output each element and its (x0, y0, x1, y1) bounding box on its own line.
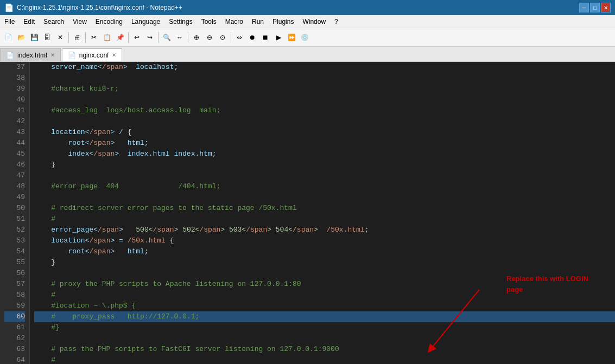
code-line-45[interactable]: index</span> index.html index.htm; (34, 149, 615, 159)
line-number-63: 63 (4, 344, 25, 355)
code-line-63[interactable]: # pass the PHP scripts to FastCGI server… (34, 344, 615, 355)
line-number-62: 62 (4, 333, 25, 344)
minimize-button[interactable]: ─ (579, 3, 589, 12)
code-line-55[interactable]: } (34, 257, 615, 268)
tab-close-html[interactable]: ✕ (50, 52, 55, 58)
menu-view[interactable]: View (68, 15, 91, 28)
menu-macro[interactable]: Macro (221, 15, 248, 28)
code-line-44[interactable]: root</span> html; (34, 138, 615, 149)
menu-bar: File Edit Search View Encoding Language … (0, 15, 615, 28)
code-line-61[interactable]: #} (34, 322, 615, 333)
line-number-56: 56 (4, 268, 25, 279)
tab-icon-conf: 📄 (68, 52, 76, 59)
code-line-52[interactable]: error_page</span> 500</span> 502</span> … (34, 225, 615, 235)
sync-scroll-button[interactable]: ⇔ (233, 31, 245, 43)
menu-run[interactable]: Run (248, 15, 268, 28)
undo-button[interactable]: ↩ (131, 31, 143, 43)
line-number-64: 64 (4, 355, 25, 364)
run-button[interactable]: ⏩ (286, 31, 297, 43)
code-line-53[interactable]: location</span> = /50x.html { (34, 235, 615, 246)
code-line-62[interactable] (34, 333, 615, 344)
find-replace-button[interactable]: ↔ (174, 31, 186, 43)
code-line-46[interactable]: } (34, 159, 615, 170)
close-button[interactable]: ✕ (601, 3, 611, 12)
maximize-button[interactable]: □ (590, 3, 600, 12)
line-number-39: 39 (4, 84, 25, 94)
menu-file[interactable]: File (0, 15, 19, 28)
line-number-52: 52 (4, 225, 25, 235)
toolbar: 📄 📂 💾 🗄 ✕ 🖨 ✂ 📋 📌 ↩ ↪ 🔍 ↔ ⊕ ⊖ ⊙ ⇔ ⏺ ⏹ ▶ … (0, 28, 615, 47)
print-button[interactable]: 🖨 (71, 31, 83, 43)
menu-language[interactable]: Language (127, 15, 164, 28)
code-line-64[interactable]: # (34, 355, 615, 364)
copy-button[interactable]: 📋 (101, 31, 113, 43)
tab-close-conf[interactable]: ✕ (112, 52, 116, 58)
stop-record-button[interactable]: ⏹ (259, 31, 271, 43)
code-line-37[interactable]: server_name</span> localhost; (34, 62, 615, 73)
open-button[interactable]: 📂 (15, 31, 27, 43)
line-number-58: 58 (4, 290, 25, 301)
code-line-59[interactable]: #location ~ \.php$ { (34, 301, 615, 311)
menu-edit[interactable]: Edit (19, 15, 39, 28)
menu-tools[interactable]: Tools (197, 15, 221, 28)
tab-label-conf: nginx.conf (79, 52, 109, 59)
tab-nginx-conf[interactable]: 📄 nginx.conf ✕ (62, 48, 123, 61)
code-area[interactable]: server_name</span> localhost; #charset k… (30, 62, 615, 364)
line-number-59: 59 (4, 301, 25, 311)
code-line-39[interactable]: #charset koi8-r; (34, 84, 615, 94)
close-button[interactable]: ✕ (54, 31, 66, 43)
menu-search[interactable]: Search (39, 15, 68, 28)
code-line-48[interactable]: #error_page 404 /404.html; (34, 181, 615, 192)
save-button[interactable]: 💾 (28, 31, 40, 43)
code-line-58[interactable]: # (34, 290, 615, 301)
app-icon: 📄 (4, 3, 14, 12)
code-line-57[interactable]: # proxy the PHP scripts to Apache listen… (34, 279, 615, 290)
menu-help[interactable]: ? (330, 15, 343, 28)
line-numbers: 3738394041424344454647484950515253545556… (0, 62, 30, 364)
redo-button[interactable]: ↪ (144, 31, 156, 43)
code-line-47[interactable] (34, 170, 615, 181)
record-button[interactable]: ⏺ (246, 31, 258, 43)
code-line-60[interactable]: # proxy_pass http://127.0.0.1; (34, 311, 615, 322)
zoom-reset-button[interactable]: ⊙ (217, 31, 229, 43)
zoom-out-button[interactable]: ⊖ (204, 31, 215, 43)
window-controls[interactable]: ─ □ ✕ (579, 3, 611, 12)
code-line-41[interactable]: #access_log logs/host.access.log main; (34, 105, 615, 116)
zoom-in-button[interactable]: ⊕ (191, 31, 202, 43)
find-button[interactable]: 🔍 (161, 31, 173, 43)
paste-button[interactable]: 📌 (114, 31, 126, 43)
tab-index-html[interactable]: 📄 index.html ✕ (0, 48, 61, 61)
code-line-54[interactable]: root</span> html; (34, 246, 615, 257)
line-number-44: 44 (4, 138, 25, 149)
code-line-56[interactable] (34, 268, 615, 279)
code-line-50[interactable]: # redirect server error pages to the sta… (34, 203, 615, 214)
menu-window[interactable]: Window (298, 15, 330, 28)
play-button[interactable]: ▶ (272, 31, 284, 43)
code-line-43[interactable]: location</span> / { (34, 127, 615, 138)
separator-3 (128, 32, 129, 43)
tab-bar: 📄 index.html ✕ 📄 nginx.conf ✕ (0, 47, 615, 62)
code-line-42[interactable] (34, 116, 615, 127)
cut-button[interactable]: ✂ (88, 31, 100, 43)
separator-2 (85, 32, 86, 43)
menu-plugins[interactable]: Plugins (268, 15, 298, 28)
separator-4 (158, 32, 158, 43)
line-number-38: 38 (4, 73, 25, 84)
new-button[interactable]: 📄 (2, 31, 14, 43)
line-number-54: 54 (4, 246, 25, 257)
save-all-button[interactable]: 🗄 (41, 31, 53, 43)
editor[interactable]: 3738394041424344454647484950515253545556… (0, 62, 615, 364)
title-bar: 📄 C:\nginx-1.25.1\nginx-1.25.1\conf\ngin… (0, 0, 615, 15)
save-macro-button[interactable]: 💿 (299, 31, 310, 43)
line-number-55: 55 (4, 257, 25, 268)
tab-icon-html: 📄 (6, 52, 14, 59)
code-line-38[interactable] (34, 73, 615, 84)
menu-encoding[interactable]: Encoding (91, 15, 127, 28)
code-line-51[interactable]: # (34, 214, 615, 225)
line-number-60: 60 (4, 311, 25, 322)
code-line-49[interactable] (34, 192, 615, 203)
code-line-40[interactable] (34, 94, 615, 105)
line-number-50: 50 (4, 203, 25, 214)
line-number-57: 57 (4, 279, 25, 290)
menu-settings[interactable]: Settings (164, 15, 196, 28)
